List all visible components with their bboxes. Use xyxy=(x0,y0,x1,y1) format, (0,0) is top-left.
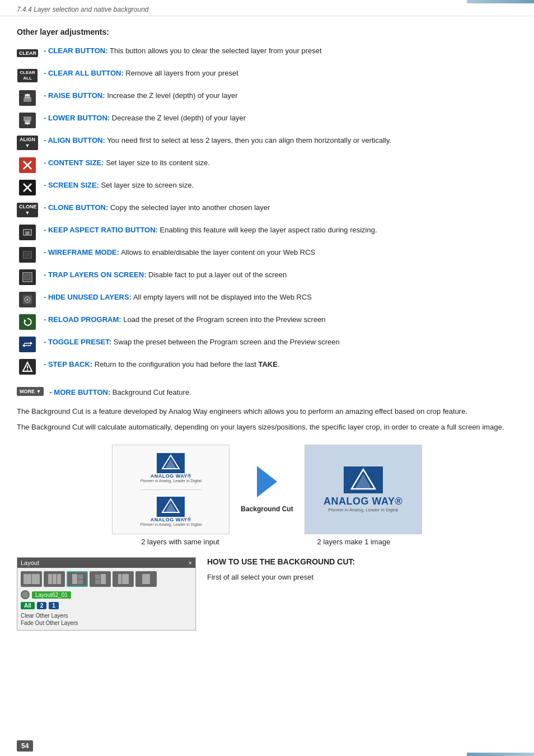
preset-btn-4[interactable] xyxy=(90,571,111,587)
item-text-toggle-preset: - TOGGLE PRESET: Swap the preset between… xyxy=(44,335,517,348)
list-item: - TOGGLE PRESET: Swap the preset between… xyxy=(17,335,517,353)
item-text-trap-layers: - TRAP LAYERS ON SCREEN: Disable fact to… xyxy=(44,268,517,281)
svg-marker-20 xyxy=(30,342,32,345)
layout-panel-header: Layout × xyxy=(17,558,195,568)
layout-name-row: Layout62_01 xyxy=(17,589,195,600)
bottom-section: Layout × xyxy=(17,557,517,631)
preset-btn-5[interactable] xyxy=(113,571,134,587)
item-text-screen-size: - SCREEN SIZE: Set layer size to screen … xyxy=(44,179,517,191)
page-footer: 54 xyxy=(0,736,534,756)
raise-icon xyxy=(17,89,38,107)
layout-panel-title: Layout xyxy=(21,559,39,566)
list-item: - HIDE UNUSED LAYERS: All empty layers w… xyxy=(17,291,517,309)
before-image: ANALOG WAY® Pioneer in Analog, Leader in… xyxy=(112,445,229,534)
more-section: MORE ▼ - MORE BUTTON: Background Cut fea… xyxy=(17,386,517,398)
main-content: Other layer adjustments: CLEAR - CLEAR B… xyxy=(0,16,534,647)
layout-toggle[interactable] xyxy=(21,590,30,599)
item-text-reload-program: - RELOAD PROGRAM: Load the preset of the… xyxy=(44,313,517,325)
list-item: - CONTENT SIZE: Set layer size to its co… xyxy=(17,156,517,174)
preset-btn-6[interactable] xyxy=(135,571,157,587)
right-caption: 2 layers make 1 image xyxy=(295,538,413,546)
layout-panel: Layout × xyxy=(17,557,196,631)
list-item: - SCREEN SIZE: Set layer size to screen … xyxy=(17,179,517,197)
after-image: ANALOG WAY® Pioneer in Analog, Leader in… xyxy=(305,445,422,534)
list-item: - STEP BACK: Return to the configuration… xyxy=(17,358,517,376)
layout-numbers-row: All 2 1 xyxy=(17,600,195,611)
toggle-preset-icon xyxy=(17,335,38,353)
breadcrumb-text: 7.4.4 Layer selection and native backgro… xyxy=(17,6,149,13)
clear-icon: CLEAR xyxy=(17,44,38,62)
preset-btn-3[interactable] xyxy=(67,571,88,587)
svg-rect-15 xyxy=(25,274,30,280)
analog-way-logo-bottom: ANALOG WAY® Pioneer in Analog, Leader in… xyxy=(140,497,202,526)
item-text-wireframe: - WIREFRAME MODE: Allows to enable/disab… xyxy=(44,246,517,258)
item-text-raise: - RAISE BUTTON: Increase the Z level (de… xyxy=(44,89,517,101)
layout-option-fade[interactable]: Fade Out Other Layers xyxy=(21,619,192,627)
svg-point-24 xyxy=(27,369,28,370)
hide-unused-icon xyxy=(17,291,38,309)
trap-layers-icon xyxy=(17,268,38,286)
item-text-align: - ALIGN BUTTON: You need first to select… xyxy=(44,134,517,146)
item-text-clone: - CLONE BUTTON: Copy the selected layer … xyxy=(44,201,517,213)
item-text-lower: - LOWER BUTTON: Decrease the Z level (de… xyxy=(44,111,517,124)
align-icon: ALIGN ▼ xyxy=(17,134,38,152)
list-item: - RELOAD PROGRAM: Load the preset of the… xyxy=(17,313,517,331)
list-item: CLONE ▼ - CLONE BUTTON: Copy the selecte… xyxy=(17,201,517,219)
content-size-icon xyxy=(17,156,38,174)
layout-num-2[interactable]: 2 xyxy=(37,602,47,609)
clone-icon: CLONE ▼ xyxy=(17,201,38,219)
more-button-text: - MORE BUTTON: Background Cut feature. xyxy=(49,386,517,398)
list-item: - WIREFRAME MODE: Allows to enable/disab… xyxy=(17,246,517,264)
how-to-step1: First of all select your own preset xyxy=(207,572,517,584)
list-item: CLEAR - CLEAR BUTTON: This button allows… xyxy=(17,44,517,62)
how-to-section: HOW TO USE THE BACKGROUND CUT: First of … xyxy=(207,557,517,584)
body-paragraph-1: The Background Cut is a feature develope… xyxy=(17,406,517,418)
page-number: 54 xyxy=(17,740,33,752)
list-item: ALIGN ▼ - ALIGN BUTTON: You need first t… xyxy=(17,134,517,152)
list-item: - LOWER BUTTON: Decrease the Z level (de… xyxy=(17,111,517,129)
list-item: - KEEP ASPECT RATIO BUTTON: Enabling thi… xyxy=(17,223,517,241)
item-text-hide-unused: - HIDE UNUSED LAYERS: All empty layers w… xyxy=(44,291,517,303)
svg-rect-13 xyxy=(25,253,30,257)
layout-options: Clear Other Layers Fade Out Other Layers xyxy=(17,611,195,630)
bottom-accent-bar xyxy=(467,753,534,756)
item-text-aspect-ratio: - KEEP ASPECT RATIO BUTTON: Enabling thi… xyxy=(44,223,517,236)
list-item: CLEARALL - CLEAR ALL BUTTON: Remove all … xyxy=(17,67,517,85)
how-to-title: HOW TO USE THE BACKGROUND CUT: xyxy=(207,557,517,566)
screen-size-icon xyxy=(17,179,38,197)
section-title: Other layer adjustments: xyxy=(17,27,517,36)
breadcrumb: 7.4.4 Layer selection and native backgro… xyxy=(0,0,534,16)
list-item: - TRAP LAYERS ON SCREEN: Disable fact to… xyxy=(17,268,517,286)
layout-num-1[interactable]: 1 xyxy=(49,602,59,609)
layout-option-clear[interactable]: Clear Other Layers xyxy=(21,612,192,619)
item-text-clear: - CLEAR BUTTON: This button allows you t… xyxy=(44,44,517,57)
lower-icon xyxy=(17,111,38,129)
reload-program-icon xyxy=(17,313,38,331)
item-list: CLEAR - CLEAR BUTTON: This button allows… xyxy=(17,44,517,376)
more-button-icon: MORE ▼ xyxy=(17,387,44,396)
clear-all-icon: CLEARALL xyxy=(17,67,38,85)
svg-marker-21 xyxy=(22,344,25,347)
arrow-section: Background Cut xyxy=(241,466,293,513)
layout-panel-close[interactable]: × xyxy=(189,559,192,566)
image-captions: 2 layers with same input 2 layers make 1… xyxy=(17,538,517,546)
step-back-icon xyxy=(17,358,38,376)
chevron-right-icon xyxy=(257,466,277,497)
svg-marker-19 xyxy=(24,319,26,322)
preset-btn-1[interactable] xyxy=(21,571,42,587)
item-text-step-back: - STEP BACK: Return to the configuration… xyxy=(44,358,517,370)
wireframe-icon xyxy=(17,246,38,264)
bg-cut-label: Background Cut xyxy=(241,505,293,513)
analog-way-logo-top: ANALOG WAY® Pioneer in Analog, Leader in… xyxy=(140,453,202,483)
preset-btn-2[interactable] xyxy=(44,571,65,587)
aspect-ratio-icon xyxy=(17,223,38,241)
background-cut-diagram: ANALOG WAY® Pioneer in Analog, Leader in… xyxy=(17,445,517,534)
body-paragraph-2: The Background Cut will calculate automa… xyxy=(17,422,517,433)
left-caption: 2 layers with same input xyxy=(121,538,239,546)
top-accent-bar xyxy=(467,0,534,3)
item-text-clear-all: - CLEAR ALL BUTTON: Remove all layers fr… xyxy=(44,67,517,79)
layout-name: Layout62_01 xyxy=(32,591,71,599)
svg-rect-11 xyxy=(25,231,30,235)
layout-num-all[interactable]: All xyxy=(21,602,35,609)
svg-point-18 xyxy=(26,298,29,301)
